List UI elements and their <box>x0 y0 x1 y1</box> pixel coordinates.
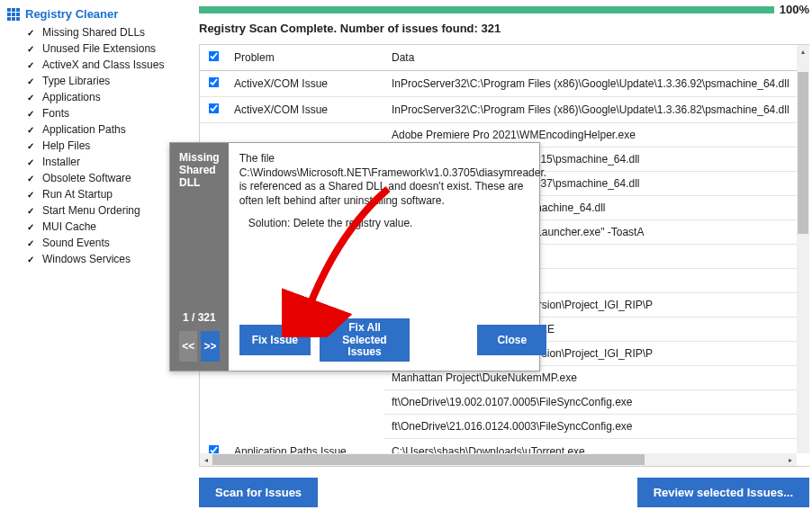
dialog-buttons: Fix Issue Fix All Selected Issues Close <box>239 318 546 362</box>
check-icon: ✓ <box>27 141 36 151</box>
col-data[interactable]: Data <box>384 45 797 71</box>
row-checkbox[interactable] <box>208 445 219 453</box>
scroll-down-icon[interactable]: ▾ <box>797 441 809 453</box>
sidebar: Registry Cleaner ✓Missing Shared DLLs✓Un… <box>0 0 189 274</box>
progress-row: 100% <box>199 3 809 16</box>
check-icon: ✓ <box>27 190 36 200</box>
check-icon: ✓ <box>27 157 36 167</box>
col-problem[interactable]: Problem <box>227 45 384 71</box>
sidebar-item[interactable]: ✓Fonts <box>7 105 185 121</box>
sidebar-item[interactable]: ✓Sound Events <box>7 235 185 251</box>
sidebar-title: Registry Cleaner <box>7 7 185 21</box>
sidebar-item-label: Installer <box>42 156 80 168</box>
close-button[interactable]: Close <box>477 325 546 355</box>
check-icon: ✓ <box>27 109 36 119</box>
vertical-scroll-thumb[interactable] <box>798 72 808 234</box>
horizontal-scrollbar[interactable]: ◂ ▸ <box>200 453 797 466</box>
sidebar-item-label: Sound Events <box>42 237 110 249</box>
sidebar-item-label: Start Menu Ordering <box>42 204 140 217</box>
check-icon: ✓ <box>27 255 36 264</box>
sidebar-item[interactable]: ✓Unused File Extensions <box>7 40 185 57</box>
row-checkbox[interactable] <box>208 77 219 88</box>
scroll-up-icon[interactable]: ▴ <box>797 45 809 58</box>
dialog-counter: 1 / 321 <box>179 311 220 324</box>
cell-data: ft\OneDrive\19.002.0107.0005\FileSyncCon… <box>384 390 797 415</box>
sidebar-item[interactable]: ✓Start Menu Ordering <box>7 202 185 219</box>
scan-button[interactable]: Scan for Issues <box>199 478 318 507</box>
dialog-title: Missing Shared DLL <box>179 152 220 189</box>
sidebar-item-label: Type Libraries <box>42 75 110 87</box>
sidebar-item-label: Windows Services <box>42 253 131 265</box>
sidebar-item-label: MUI Cache <box>42 220 96 233</box>
vertical-scrollbar[interactable]: ▴ ▾ <box>797 45 809 453</box>
horizontal-scroll-thumb[interactable] <box>212 454 645 465</box>
grid-icon <box>7 8 20 21</box>
sidebar-item[interactable]: ✓MUI Cache <box>7 219 185 235</box>
check-icon: ✓ <box>27 125 36 135</box>
sidebar-item-label: Application Paths <box>42 123 126 136</box>
cell-problem: ActiveX/COM Issue <box>227 97 384 123</box>
scroll-left-icon[interactable]: ◂ <box>200 453 212 466</box>
sidebar-item[interactable]: ✓Run At Startup <box>7 186 185 202</box>
table-row[interactable]: ft\OneDrive\21.016.0124.0003\FileSyncCon… <box>200 415 797 439</box>
sidebar-item-label: Missing Shared DLLs <box>42 26 145 39</box>
scroll-right-icon[interactable]: ▸ <box>784 453 797 466</box>
dialog-body: The file C:\Windows\Microsoft.NET\Framew… <box>229 143 557 371</box>
sidebar-item[interactable]: ✓Applications <box>7 89 185 105</box>
sidebar-item[interactable]: ✓Missing Shared DLLs <box>7 24 185 40</box>
sidebar-item-label: Help Files <box>42 139 90 152</box>
sidebar-item[interactable]: ✓ActiveX and Class Issues <box>7 57 185 73</box>
cell-problem <box>227 415 384 439</box>
sidebar-item-label: Unused File Extensions <box>42 42 156 55</box>
cell-data: C:\Users\shash\Downloads\uTorrent.exe <box>384 439 797 454</box>
fix-issue-button[interactable]: Fix Issue <box>239 325 311 355</box>
row-checkbox[interactable] <box>208 103 219 114</box>
sidebar-item-label: Applications <box>42 91 101 103</box>
button-row: Scan for Issues Review selected Issues..… <box>199 478 809 507</box>
check-icon: ✓ <box>27 93 36 103</box>
dialog-sidebar: Missing Shared DLL 1 / 321 << >> <box>170 143 229 371</box>
dialog-text: The file C:\Windows\Microsoft.NET\Framew… <box>239 152 546 240</box>
select-all-checkbox[interactable] <box>208 51 219 62</box>
sidebar-title-text: Registry Cleaner <box>25 7 118 21</box>
cell-problem: Application Paths Issue <box>227 439 384 454</box>
sidebar-item[interactable]: ✓Windows Services <box>7 251 185 267</box>
sidebar-item[interactable]: ✓Application Paths <box>7 121 185 138</box>
sidebar-item[interactable]: ✓Type Libraries <box>7 73 185 89</box>
sidebar-item-label: ActiveX and Class Issues <box>42 58 164 71</box>
status-text: Registry Scan Complete. Number of issues… <box>199 22 809 35</box>
issue-dialog: Missing Shared DLL 1 / 321 << >> The fil… <box>169 142 540 371</box>
dialog-solution: Solution: Delete the registry value. <box>248 217 546 231</box>
cell-problem: ActiveX/COM Issue <box>227 71 384 97</box>
check-icon: ✓ <box>27 28 36 38</box>
check-icon: ✓ <box>27 76 36 86</box>
cell-data: InProcServer32\C:\Program Files (x86)\Go… <box>384 71 797 97</box>
sidebar-item[interactable]: ✓Installer <box>7 154 185 170</box>
table-row[interactable]: ft\OneDrive\19.002.0107.0005\FileSyncCon… <box>200 390 797 415</box>
progress-bar <box>199 6 774 13</box>
check-icon: ✓ <box>27 206 36 216</box>
check-icon: ✓ <box>27 222 36 232</box>
review-button[interactable]: Review selected Issues... <box>637 478 809 507</box>
next-button[interactable]: >> <box>201 331 219 362</box>
check-icon: ✓ <box>27 44 36 54</box>
check-icon: ✓ <box>27 60 36 70</box>
table-row[interactable]: ActiveX/COM IssueInProcServer32\C:\Progr… <box>200 71 797 97</box>
cell-problem <box>227 390 384 415</box>
table-row[interactable]: Application Paths IssueC:\Users\shash\Do… <box>200 439 797 454</box>
sidebar-item-label: Run At Startup <box>42 188 113 201</box>
check-icon: ✓ <box>27 174 36 183</box>
sidebar-item-label: Obsolete Software <box>42 172 131 184</box>
sidebar-item-label: Fonts <box>42 107 69 120</box>
check-icon: ✓ <box>27 238 36 248</box>
sidebar-item[interactable]: ✓Help Files <box>7 138 185 154</box>
cell-data: ft\OneDrive\21.016.0124.0003\FileSyncCon… <box>384 415 797 439</box>
sidebar-item[interactable]: ✓Obsolete Software <box>7 170 185 186</box>
progress-percent: 100% <box>780 3 809 16</box>
fix-all-button[interactable]: Fix All Selected Issues <box>320 318 410 362</box>
cell-data: InProcServer32\C:\Program Files (x86)\Go… <box>384 97 797 123</box>
table-row[interactable]: ActiveX/COM IssueInProcServer32\C:\Progr… <box>200 97 797 123</box>
prev-button[interactable]: << <box>179 331 197 362</box>
